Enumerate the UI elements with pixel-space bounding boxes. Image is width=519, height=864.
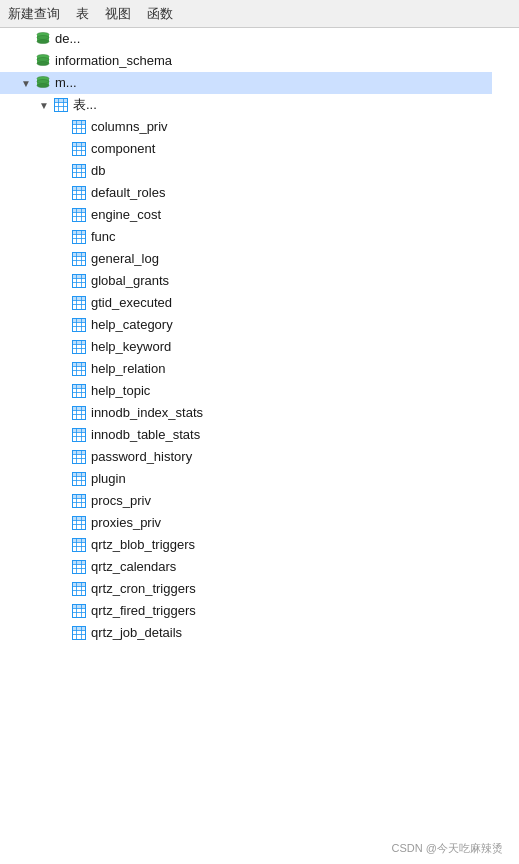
svg-point-7 xyxy=(37,58,49,62)
item-label: innodb_table_stats xyxy=(91,424,200,446)
chevron-placeholder xyxy=(54,163,70,179)
item-label: proxies_priv xyxy=(91,512,161,534)
item-label: help_relation xyxy=(91,358,165,380)
table-icon xyxy=(70,360,88,378)
chevron-icon[interactable]: ▼ xyxy=(18,75,34,91)
tree-item-t15[interactable]: innodb_table_stats xyxy=(0,424,492,446)
tree-item-t10[interactable]: help_category xyxy=(0,314,492,336)
table-icon xyxy=(70,514,88,532)
toolbar: 新建查询 表 视图 函数 xyxy=(0,0,519,28)
table-icon xyxy=(70,426,88,444)
chevron-placeholder xyxy=(54,317,70,333)
svg-rect-89 xyxy=(73,363,86,367)
chevron-placeholder xyxy=(54,339,70,355)
chevron-placeholder xyxy=(54,471,70,487)
tree-item-t2[interactable]: component xyxy=(0,138,492,160)
item-label: db xyxy=(91,160,105,182)
chevron-placeholder xyxy=(54,405,70,421)
svg-rect-107 xyxy=(73,429,86,433)
tree-item-t20[interactable]: qrtz_blob_triggers xyxy=(0,534,492,556)
item-label: qrtz_fired_triggers xyxy=(91,600,196,622)
tree-item-tables_folder[interactable]: ▼ 表... xyxy=(0,94,492,116)
chevron-placeholder xyxy=(54,185,70,201)
table-icon xyxy=(52,96,70,114)
tree-item-t3[interactable]: db xyxy=(0,160,492,182)
chevron-placeholder xyxy=(54,119,70,135)
table-icon xyxy=(70,404,88,422)
tree-item-t22[interactable]: qrtz_cron_triggers xyxy=(0,578,492,600)
item-label: innodb_index_stats xyxy=(91,402,203,424)
item-label: global_grants xyxy=(91,270,169,292)
item-label: help_topic xyxy=(91,380,150,402)
svg-rect-23 xyxy=(73,121,86,125)
svg-rect-53 xyxy=(73,231,86,235)
chevron-placeholder xyxy=(54,251,70,267)
toolbar-new-query[interactable]: 新建查询 xyxy=(8,5,60,23)
item-label: m... xyxy=(55,72,77,94)
tree-item-t21[interactable]: qrtz_calendars xyxy=(0,556,492,578)
svg-rect-131 xyxy=(73,517,86,521)
svg-rect-137 xyxy=(73,539,86,543)
chevron-placeholder xyxy=(54,493,70,509)
tree-item-t5[interactable]: engine_cost xyxy=(0,204,492,226)
tree-item-t13[interactable]: help_topic xyxy=(0,380,492,402)
chevron-placeholder xyxy=(54,625,70,641)
svg-rect-125 xyxy=(73,495,86,499)
chevron-placeholder xyxy=(54,229,70,245)
chevron-placeholder xyxy=(18,53,34,69)
table-icon xyxy=(70,580,88,598)
toolbar-view[interactable]: 视图 xyxy=(105,5,131,23)
tree-panel[interactable]: de... information_schema▼ m...▼ 表... col… xyxy=(0,28,492,864)
item-label: password_history xyxy=(91,446,192,468)
table-icon xyxy=(70,382,88,400)
svg-rect-71 xyxy=(73,297,86,301)
tree-item-t9[interactable]: gtid_executed xyxy=(0,292,492,314)
table-icon xyxy=(70,184,88,202)
svg-rect-77 xyxy=(73,319,86,323)
table-icon xyxy=(70,140,88,158)
svg-rect-155 xyxy=(73,605,86,609)
svg-point-10 xyxy=(37,84,49,88)
table-icon xyxy=(70,206,88,224)
svg-rect-161 xyxy=(73,627,86,631)
item-label: general_log xyxy=(91,248,159,270)
tree-item-t24[interactable]: qrtz_job_details xyxy=(0,622,492,644)
chevron-placeholder xyxy=(54,449,70,465)
item-label: qrtz_blob_triggers xyxy=(91,534,195,556)
chevron-icon[interactable]: ▼ xyxy=(36,97,52,113)
toolbar-table[interactable]: 表 xyxy=(76,5,89,23)
chevron-placeholder xyxy=(54,141,70,157)
svg-rect-59 xyxy=(73,253,86,257)
svg-rect-149 xyxy=(73,583,86,587)
chevron-placeholder xyxy=(54,515,70,531)
tree-item-t19[interactable]: proxies_priv xyxy=(0,512,492,534)
item-label: 表... xyxy=(73,94,97,116)
tree-item-t7[interactable]: general_log xyxy=(0,248,492,270)
svg-point-3 xyxy=(37,36,49,40)
svg-rect-119 xyxy=(73,473,86,477)
tree-item-db1[interactable]: de... xyxy=(0,28,492,50)
tree-item-db3[interactable]: ▼ m... xyxy=(0,72,492,94)
chevron-placeholder xyxy=(54,273,70,289)
table-icon xyxy=(70,602,88,620)
tree-item-t11[interactable]: help_keyword xyxy=(0,336,492,358)
table-icon xyxy=(70,558,88,576)
tree-item-t1[interactable]: columns_priv xyxy=(0,116,492,138)
svg-point-6 xyxy=(37,62,49,66)
tree-item-db2[interactable]: information_schema xyxy=(0,50,492,72)
tree-item-t12[interactable]: help_relation xyxy=(0,358,492,380)
tree-item-t14[interactable]: innodb_index_stats xyxy=(0,402,492,424)
chevron-placeholder xyxy=(54,207,70,223)
item-label: default_roles xyxy=(91,182,165,204)
tree-item-t6[interactable]: func xyxy=(0,226,492,248)
tree-item-t4[interactable]: default_roles xyxy=(0,182,492,204)
tree-item-t23[interactable]: qrtz_fired_triggers xyxy=(0,600,492,622)
table-icon xyxy=(70,448,88,466)
svg-rect-65 xyxy=(73,275,86,279)
tree-item-t17[interactable]: plugin xyxy=(0,468,492,490)
item-label: qrtz_cron_triggers xyxy=(91,578,196,600)
tree-item-t8[interactable]: global_grants xyxy=(0,270,492,292)
toolbar-function[interactable]: 函数 xyxy=(147,5,173,23)
tree-item-t18[interactable]: procs_priv xyxy=(0,490,492,512)
tree-item-t16[interactable]: password_history xyxy=(0,446,492,468)
